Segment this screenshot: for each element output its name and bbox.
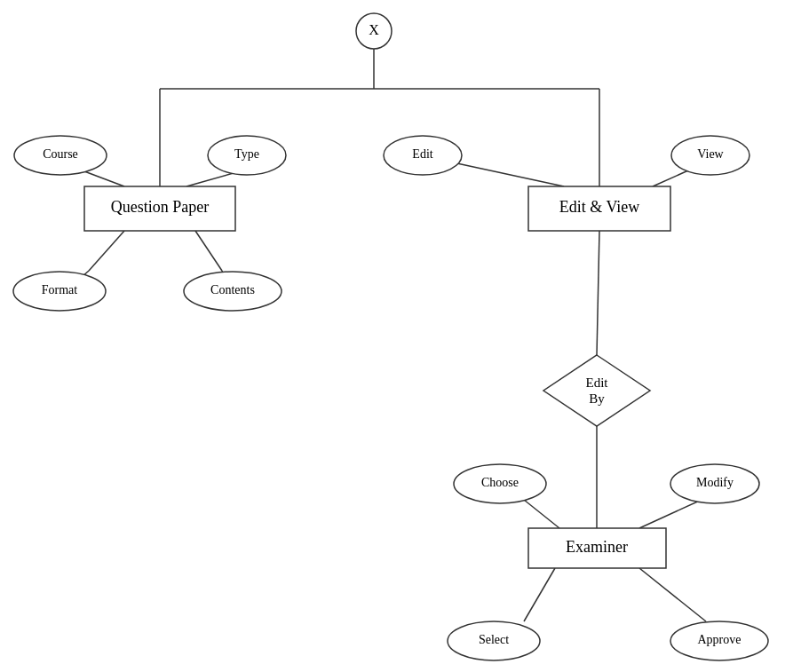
svg-line-14 (597, 231, 599, 355)
modify-label: Modify (696, 476, 734, 489)
edit-by-label-line1: Edit (586, 376, 609, 390)
format-label: Format (42, 283, 78, 296)
edit-label: Edit (412, 147, 432, 161)
svg-line-16 (524, 500, 559, 528)
approve-label: Approve (698, 633, 742, 646)
question-paper-label: Question Paper (111, 198, 209, 216)
edit-by-label-line2: By (589, 391, 605, 406)
choose-label: Choose (481, 476, 519, 489)
svg-line-17 (639, 500, 702, 528)
type-label: Type (234, 147, 259, 161)
svg-line-19 (639, 568, 706, 621)
diagram-canvas: X Question Paper Edit & View Edit By Exa… (0, 0, 801, 672)
edit-view-label: Edit & View (559, 198, 640, 216)
contents-label: Contents (210, 283, 255, 296)
x-label: X (369, 22, 379, 37)
course-label: Course (43, 147, 78, 161)
select-label: Select (479, 633, 509, 646)
examiner-label: Examiner (566, 538, 628, 556)
svg-line-4 (84, 171, 124, 186)
svg-line-18 (524, 568, 555, 621)
svg-line-10 (195, 231, 222, 271)
svg-line-12 (453, 162, 564, 186)
svg-line-8 (89, 231, 124, 271)
view-label: View (697, 147, 724, 161)
edit-by-diamond (543, 355, 650, 426)
